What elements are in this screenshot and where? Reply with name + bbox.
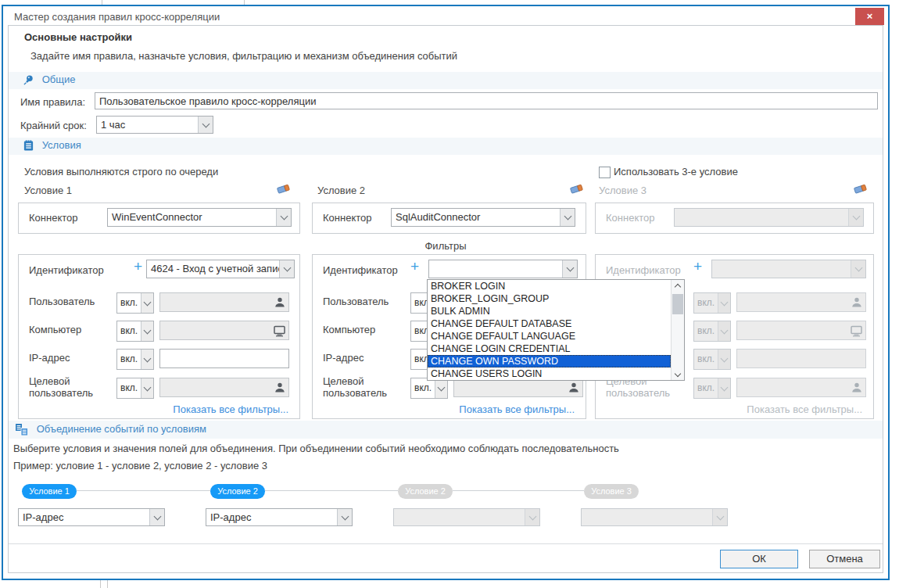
filter-row-user: Пользователь вкл. [19,292,299,313]
merge-pill-2[interactable]: Условие 2 [210,484,265,499]
chevron-down-icon [141,378,153,398]
merge-pill-1[interactable]: Условие 1 [22,484,77,499]
dropdown-item[interactable]: BROKER_LOGIN_GROUP [428,292,671,305]
chevron-down-icon [279,260,294,278]
mode-select[interactable]: вкл. [116,349,154,370]
rule-name-label: Имя правила: [20,96,85,108]
connector-label: Коннектор [606,212,655,224]
scroll-up-icon[interactable] [672,280,684,291]
scroll-down-icon[interactable] [672,369,684,380]
dropdown-item[interactable]: BULK ADMIN [428,305,671,317]
section-merge-label: Объединение событий по условиям [37,423,206,435]
mode-select: вкл. [693,292,731,314]
chevron-down-icon [276,209,291,226]
condition2-connector-select[interactable]: SqlAuditConnector [391,208,575,227]
mode-select[interactable]: вкл. [116,321,154,342]
connector-label: Коннектор [323,212,372,224]
clipboard-icon [23,140,34,154]
chevron-down-icon [337,509,352,525]
close-button[interactable]: × [855,8,884,25]
identifier-dropdown: BROKER LOGINBROKER_LOGIN_GROUPBULK ADMIN… [427,279,685,381]
merge-field-select-3 [393,508,540,526]
condition1-identifier-select[interactable]: 4624 - Вход с учетной запись [146,260,295,278]
show-all-filters-link: Показать все фильтры... [747,403,862,415]
dropdown-scrollbar[interactable] [671,280,684,380]
chevron-down-icon [560,209,575,226]
chevron-down-icon [141,321,153,341]
ok-button[interactable]: ОК [720,550,798,568]
dropdown-item[interactable]: CHANGE USERS LOGIN [428,368,671,380]
show-all-filters-link[interactable]: Показать все фильтры... [173,403,288,415]
mode-select: вкл. [693,321,731,342]
dropdown-item[interactable]: BROKER LOGIN [428,280,671,292]
user-field [159,292,289,312]
merge-field-select-4 [581,508,728,526]
condition2-title: Условие 2 [317,185,365,196]
add-identifier-icon[interactable]: + [693,258,702,275]
use-third-condition-checkbox[interactable] [599,167,611,178]
dropdown-item[interactable]: CHANGE OWN PASSWORD [428,355,671,368]
merge-field-select-2[interactable]: IP-адрес [206,508,353,526]
cancel-button[interactable]: Отмена [809,550,880,568]
filters-label: Фильтры [9,240,883,252]
background-window-edge [107,580,108,588]
merge-pill-3: Условие 2 [398,484,453,499]
mode-select[interactable]: вкл. [116,378,154,399]
chevron-down-icon [525,509,539,525]
merge-field-select-1[interactable]: IP-адрес [18,508,165,526]
chevron-down-icon [848,209,863,226]
dropdown-item[interactable]: CHANGE DEFAULT LANGUAGE [428,330,671,342]
merge-conditions-icon [15,423,29,439]
condition1-filter-box: Идентификатор + 4624 - Вход с учетной за… [18,254,300,419]
chevron-down-icon [141,350,153,369]
user-field [736,292,866,312]
chevron-down-icon [198,117,213,133]
eraser-icon[interactable] [853,182,869,197]
merge-pill-4: Условие 3 [584,484,639,499]
rule-name-input[interactable] [95,92,878,109]
condition3-title: Условие 3 [599,185,646,196]
computer-icon[interactable] [273,324,286,339]
identifier-dropdown-list: BROKER LOGINBROKER_LOGIN_GROUPBULK ADMIN… [428,280,671,380]
add-identifier-icon[interactable]: + [134,258,142,275]
chevron-down-icon [562,260,577,278]
desktop-background: Мастер создания правил кросс-корреляции … [0,0,899,588]
computer-icon [850,324,863,339]
chevron-down-icon [718,378,730,398]
eraser-icon[interactable] [569,182,585,197]
titlebar[interactable]: Мастер создания правил кросс-корреляции … [3,6,888,27]
person-icon[interactable] [568,382,580,396]
show-all-filters-link[interactable]: Показать все фильтры... [459,403,575,415]
filter-row-target-user: Целевой пользователь вкл. [19,378,299,398]
connector-label: Коннектор [29,212,78,224]
pill-connector-line [453,490,584,491]
chevron-down-icon [141,293,153,313]
condition2-identifier-select[interactable] [428,260,578,278]
merge-description: Выберите условия и значения полей для об… [13,443,619,454]
merge-example: Пример: условие 1 - условие 2, условие 2… [13,460,267,471]
eraser-icon[interactable] [276,182,292,197]
ip-address-input[interactable] [159,349,289,368]
dropdown-item[interactable]: CHANGE DEFAULT DATABASE [428,317,671,330]
mode-select[interactable]: вкл. [116,292,154,314]
add-identifier-icon[interactable]: + [410,258,419,275]
person-icon [851,382,863,396]
deadline-select[interactable]: 1 час [96,116,213,134]
person-icon [851,296,863,310]
condition1-title: Условие 1 [24,185,72,196]
person-icon[interactable] [274,382,286,396]
chevron-down-icon [712,509,727,525]
dropdown-item[interactable]: CHANGE LOGIN CREDENTIAL [428,342,671,355]
person-icon[interactable] [274,296,286,310]
mode-select[interactable]: вкл. [410,378,448,399]
section-general-label: Общие [42,74,76,85]
scrollbar-thumb[interactable] [672,294,683,314]
condition1-connector-select[interactable]: WinEventConnector [107,208,292,227]
window-title: Мастер создания правил кросс-корреляции [14,11,220,23]
chevron-down-icon [718,350,730,369]
deadline-label: Крайний срок: [20,120,87,131]
mode-select: вкл. [693,378,731,399]
page-title: Основные настройки [24,31,132,43]
deadline-value: 1 час [97,117,198,133]
section-conditions: Условия [9,138,883,155]
